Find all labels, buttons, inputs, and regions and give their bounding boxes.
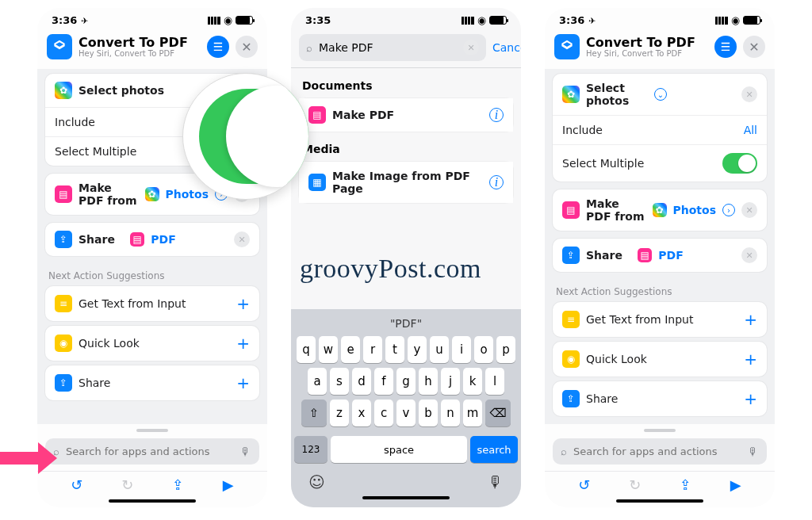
close-button[interactable]: ✕: [743, 36, 765, 58]
home-indicator[interactable]: [616, 499, 703, 503]
select-multiple-toggle[interactable]: [722, 153, 757, 174]
redo-button: ↻: [629, 476, 641, 493]
add-icon[interactable]: +: [744, 310, 757, 329]
sheet-grabber[interactable]: [136, 429, 168, 432]
dictate-key[interactable]: 🎙: [488, 472, 504, 491]
undo-button[interactable]: ↺: [578, 476, 590, 493]
key-g[interactable]: g: [396, 368, 416, 395]
key-r[interactable]: r: [363, 336, 382, 363]
numbers-key[interactable]: 123: [294, 436, 327, 463]
search-field[interactable]: ⌕ ✕: [299, 34, 486, 61]
search-input[interactable]: [64, 445, 236, 458]
include-row[interactable]: Include All: [553, 116, 767, 145]
key-n[interactable]: n: [441, 400, 460, 426]
share-sheet-button[interactable]: ⇪: [680, 476, 691, 493]
clear-icon[interactable]: ✕: [463, 40, 479, 55]
space-key[interactable]: space: [331, 436, 467, 463]
photos-icon: ✿: [145, 187, 159, 201]
key-p[interactable]: p: [496, 336, 515, 363]
remove-action-icon[interactable]: ✕: [741, 202, 757, 218]
key-c[interactable]: c: [374, 400, 393, 426]
info-icon[interactable]: i: [489, 108, 504, 122]
key-k[interactable]: k: [463, 368, 482, 395]
suggestions-title: Next Action Suggestions: [553, 280, 767, 302]
run-button[interactable]: ▶: [223, 476, 234, 493]
key-j[interactable]: j: [441, 368, 460, 395]
suggestion-get-text[interactable]: ≡Get Text from Input+: [553, 302, 767, 337]
share-icon: ⇪: [562, 390, 580, 407]
pdf-icon: ▤: [638, 248, 652, 262]
section-documents: Documents: [291, 68, 521, 98]
keyboard-suggestion[interactable]: "PDF": [294, 314, 518, 336]
emoji-key[interactable]: ☺: [308, 472, 325, 491]
settings-button[interactable]: ☰: [714, 36, 737, 58]
key-h[interactable]: h: [419, 368, 438, 395]
search-key[interactable]: search: [470, 436, 518, 463]
result-make-image[interactable]: ▦ Make Image from PDF Page i: [299, 162, 513, 203]
key-d[interactable]: d: [352, 368, 371, 395]
suggestion-share[interactable]: ⇪Share+: [553, 381, 767, 416]
add-icon[interactable]: +: [744, 389, 757, 408]
pdf-icon: ▤: [55, 185, 72, 203]
chevron-right-icon[interactable]: ›: [722, 204, 735, 216]
undo-button[interactable]: ↺: [71, 476, 82, 493]
action-search[interactable]: ⌕ 🎙: [45, 438, 259, 465]
key-s[interactable]: s: [330, 368, 349, 395]
home-indicator[interactable]: [362, 496, 450, 499]
close-button[interactable]: ✕: [236, 36, 258, 58]
include-value[interactable]: All: [744, 124, 757, 136]
action-make-pdf[interactable]: ▤ Make PDF from ✿ Photos › ✕: [553, 189, 767, 231]
key-o[interactable]: o: [474, 336, 493, 363]
key-b[interactable]: b: [419, 400, 438, 426]
search-input[interactable]: [572, 445, 743, 458]
remove-action-icon[interactable]: ✕: [234, 231, 250, 247]
key-a[interactable]: a: [308, 368, 327, 395]
search-icon: ⌕: [306, 42, 312, 54]
key-t[interactable]: t: [385, 336, 404, 363]
info-icon[interactable]: i: [489, 175, 504, 189]
result-make-pdf[interactable]: ▤ Make PDF i: [299, 98, 513, 132]
mic-icon[interactable]: 🎙: [240, 445, 251, 458]
action-share[interactable]: ⇪ Share ▤ PDF ✕: [45, 223, 259, 256]
remove-action-icon[interactable]: ✕: [741, 247, 757, 263]
key-y[interactable]: y: [408, 336, 427, 363]
settings-button[interactable]: ☰: [207, 36, 229, 58]
mic-icon[interactable]: 🎙: [748, 445, 759, 458]
suggestion-get-text[interactable]: ≡Get Text from Input+: [45, 286, 259, 321]
key-i[interactable]: i: [452, 336, 471, 363]
add-icon[interactable]: +: [236, 373, 250, 392]
add-icon[interactable]: +: [236, 294, 250, 313]
action-search[interactable]: ⌕ 🎙: [553, 438, 767, 465]
search-input[interactable]: [317, 40, 458, 55]
backspace-key[interactable]: ⌫: [485, 400, 511, 426]
home-indicator[interactable]: [109, 499, 196, 503]
key-e[interactable]: e: [341, 336, 360, 363]
remove-action-icon[interactable]: ✕: [741, 86, 757, 102]
cancel-button[interactable]: Cancel: [492, 41, 521, 54]
battery-icon: [236, 16, 253, 25]
key-l[interactable]: l: [485, 368, 504, 395]
key-m[interactable]: m: [463, 400, 482, 426]
key-u[interactable]: u: [430, 336, 449, 363]
sheet-grabber[interactable]: [644, 429, 676, 432]
share-sheet-button[interactable]: ⇪: [172, 476, 184, 493]
action-share[interactable]: ⇪ Share ▤ PDF ✕: [553, 239, 767, 272]
add-icon[interactable]: +: [744, 350, 757, 369]
select-multiple-row[interactable]: Select Multiple: [553, 145, 767, 182]
shift-key[interactable]: ⇧: [301, 400, 327, 426]
key-z[interactable]: z: [330, 400, 349, 426]
suggestion-quick-look[interactable]: ◉Quick Look+: [553, 342, 767, 377]
key-v[interactable]: v: [396, 400, 416, 426]
key-f[interactable]: f: [374, 368, 393, 395]
section-media: Media: [291, 132, 521, 162]
signal-icon: [462, 17, 474, 25]
suggestion-share[interactable]: ⇪Share+: [45, 365, 259, 400]
run-button[interactable]: ▶: [730, 476, 741, 493]
suggestion-quick-look[interactable]: ◉Quick Look+: [45, 326, 259, 361]
key-q[interactable]: q: [297, 336, 316, 363]
chevron-down-icon[interactable]: ⌄: [654, 88, 667, 101]
key-x[interactable]: x: [352, 400, 371, 426]
key-w[interactable]: w: [319, 336, 338, 363]
add-icon[interactable]: +: [236, 334, 250, 353]
select-photos-row[interactable]: ✿ Select photos ⌄ ✕: [553, 74, 767, 116]
